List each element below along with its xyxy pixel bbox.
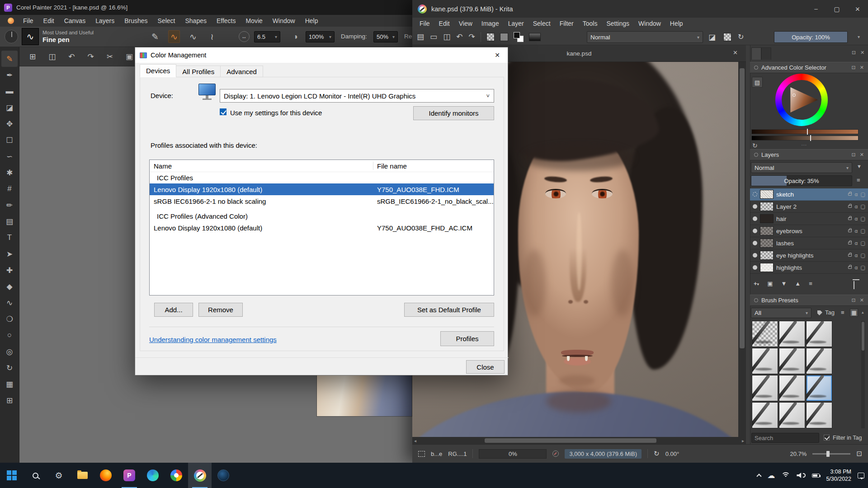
krita-titlebar[interactable]: kane.psd (379.6 MiB) - Krita [412, 0, 868, 18]
preset-scrollbar[interactable] [861, 321, 865, 428]
reload-preset-icon[interactable]: ↻ [738, 33, 744, 41]
painter-tool[interactable]: ○ [1, 327, 18, 343]
krita-toolbar-icon[interactable]: ▭ [430, 32, 437, 42]
scroll-right-icon[interactable]: ▸ [742, 438, 744, 443]
painter-tool[interactable]: ☐ [1, 132, 18, 148]
file-explorer-button[interactable] [71, 463, 94, 488]
move-layer-up-button[interactable]: ▲ [795, 280, 801, 287]
painter-tool[interactable]: ✥ [1, 116, 18, 132]
painter-menu-item[interactable]: Edit [38, 15, 59, 27]
brush-size-field[interactable]: 6.5▾ [254, 31, 280, 42]
gradient-select-icon[interactable] [529, 33, 541, 41]
krita-toolbar-icon[interactable]: ↶ [456, 32, 462, 42]
brush-strength-field[interactable]: 100%▾ [306, 31, 335, 42]
scroll-left-icon[interactable]: ◂ [414, 438, 416, 443]
foreground-background-colors[interactable] [514, 32, 524, 42]
brush-preset-thumbnail[interactable] [752, 402, 778, 428]
lock-icon[interactable] [848, 193, 852, 196]
painter-tool[interactable]: ◎ [1, 343, 18, 360]
alpha-icon[interactable]: α [854, 192, 858, 197]
understanding-settings-link[interactable]: Understanding color management settings [149, 336, 277, 343]
painter-titlebar[interactable]: P Corel Painter 2021 - [kane.psd @ 16.6%… [0, 0, 412, 15]
docker-pin-icon[interactable] [754, 153, 758, 157]
preset-grid-view-icon[interactable]: ▦ [850, 309, 858, 317]
painter-menu-item[interactable]: Canvas [59, 15, 90, 27]
tag-label[interactable]: Tag [825, 309, 835, 316]
start-button[interactable] [0, 463, 24, 488]
krita-menu-item[interactable]: Tools [578, 18, 602, 29]
layer-filter-icon[interactable]: ▼ [857, 164, 862, 169]
alpha-icon[interactable]: α [854, 253, 858, 258]
wifi-icon[interactable] [781, 472, 790, 479]
painter-tool[interactable]: ❍ [1, 311, 18, 327]
dialog-close-button[interactable]: ✕ [487, 47, 508, 63]
painter-tool[interactable]: ◆ [1, 278, 18, 295]
action-center-icon[interactable] [858, 473, 864, 479]
lock-icon[interactable] [848, 217, 852, 220]
krita-menu-item[interactable]: Layer [504, 18, 528, 29]
brush-preset-thumbnail[interactable] [806, 348, 832, 374]
painter-tool[interactable]: ✚ [1, 262, 18, 278]
layer-visibility-icon[interactable] [753, 265, 757, 270]
tray-expand-icon[interactable] [757, 474, 762, 479]
profiles-button[interactable]: Profiles [440, 331, 494, 346]
painter-quick-icon[interactable]: ↶ [68, 52, 75, 61]
column-header-name[interactable]: Name [150, 162, 373, 170]
painter-tool[interactable]: ∽ [1, 148, 18, 164]
preset-scroll-up-icon[interactable]: ▴ [862, 310, 864, 314]
painter-tool[interactable]: ∿ [1, 295, 18, 311]
painter-tool[interactable]: ↻ [1, 360, 18, 376]
browser-pinwheel-button[interactable] [165, 463, 188, 488]
painter-tool[interactable]: ◪ [1, 99, 18, 116]
device-dropdown[interactable]: Display: 1. Lenovo Legion LCD Monitor - … [220, 89, 494, 103]
krita-menu-item[interactable]: Settings [602, 18, 634, 29]
painter-tool[interactable]: # [1, 181, 18, 197]
zoom-slider[interactable] [812, 453, 850, 455]
layer-options-icon[interactable]: ≡ [857, 177, 860, 183]
dialog-tab[interactable]: All Profiles [176, 66, 221, 77]
layer-row[interactable]: highlights α ▢ [750, 262, 868, 274]
painter-menu-item[interactable]: Shapes [180, 15, 211, 27]
filter-in-tag-checkbox[interactable] [824, 435, 830, 441]
krita-toolbar-icon[interactable]: ◫ [443, 32, 450, 42]
preset-search-input[interactable] [751, 433, 819, 443]
painter-menu-item[interactable]: File [18, 15, 38, 27]
krita-menu-item[interactable]: Select [528, 18, 555, 29]
corel-painter-button[interactable]: P [118, 463, 141, 488]
volume-icon[interactable] [797, 473, 806, 478]
layer-row[interactable]: lashes α ▢ [750, 237, 868, 249]
layer-visibility-icon[interactable] [753, 229, 757, 233]
brush-preset-thumbnail[interactable] [752, 375, 778, 401]
profile-row[interactable]: sRGB IEC61966-2-1 no black scaling sRGB_… [150, 195, 494, 207]
painter-quick-icon[interactable]: ◫ [48, 52, 56, 61]
layer-row[interactable]: eyebrows α ▢ [750, 225, 868, 237]
painter-menu-item[interactable]: Effects [212, 15, 241, 27]
gradient-chooser-icon[interactable] [486, 33, 495, 41]
set-default-profile-button[interactable]: Set as Default Profile [404, 303, 494, 317]
painter-tool[interactable]: ▬ [1, 83, 18, 99]
panel-close-icon[interactable]: ✕ [860, 65, 864, 70]
painter-menu-item[interactable]: Movie [241, 15, 268, 27]
document-close-icon[interactable]: ✕ [733, 49, 738, 56]
profile-row[interactable]: Lenovo Display 868x488 (default) Y750_… [150, 222, 494, 234]
onedrive-cloud-icon[interactable]: ☁ [767, 471, 775, 480]
painter-menu-item[interactable]: Help [300, 15, 323, 27]
layer-visibility-icon[interactable] [753, 253, 757, 258]
identify-monitors-button[interactable]: Identify monitors [413, 106, 494, 120]
lock-icon[interactable] [848, 254, 852, 257]
panel-close-icon[interactable]: ✕ [860, 152, 864, 158]
duplicate-layer-button[interactable]: ▣ [767, 280, 773, 287]
color-wheel[interactable] [775, 74, 828, 126]
maximize-button[interactable]: ▢ [826, 0, 847, 18]
preset-filter-dropdown[interactable]: All▾ [751, 308, 811, 318]
docker-pin-icon[interactable] [754, 298, 758, 302]
brush-preset-thumbnail[interactable] [779, 375, 805, 401]
layer-properties-button[interactable]: ≡ [809, 280, 812, 287]
docker-float-icon[interactable]: ⊡ [852, 50, 856, 56]
painter-tool[interactable]: ▦ [1, 376, 18, 392]
panel-float-icon[interactable]: ⊡ [852, 65, 856, 70]
profiles-list[interactable]: Name File name ICC Profiles Lenovo Displ… [149, 160, 494, 296]
selector-shape-button[interactable]: ▧ [752, 77, 763, 88]
inherit-alpha-icon[interactable]: ▢ [860, 228, 865, 234]
close-dialog-button[interactable]: Close [466, 360, 505, 374]
